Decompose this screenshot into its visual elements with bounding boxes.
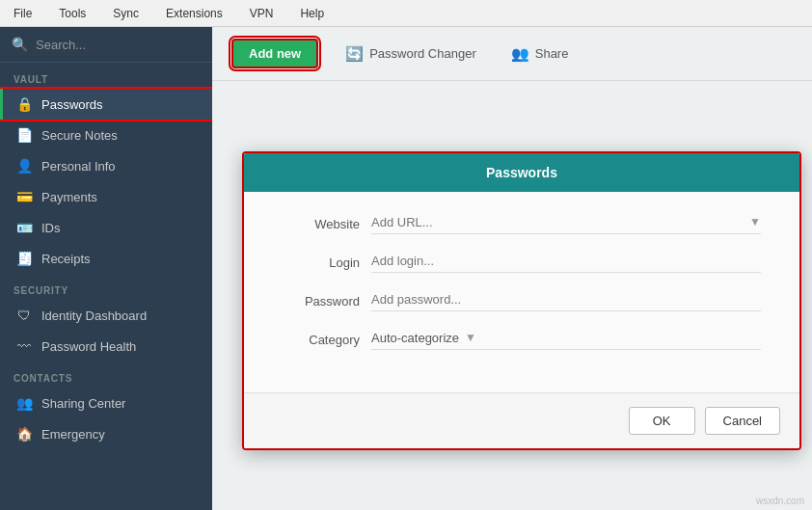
- category-row: Category Auto-categorize ▼: [283, 331, 761, 350]
- password-row: Password: [283, 292, 761, 311]
- password-label: Password: [283, 294, 360, 309]
- password-input-wrap: [371, 292, 761, 311]
- search-icon: 🔍: [12, 37, 28, 52]
- emergency-icon: 🏠: [16, 426, 32, 442]
- sidebar-item-emergency[interactable]: 🏠 Emergency: [0, 418, 212, 449]
- login-input-wrap: [371, 254, 761, 273]
- ok-button[interactable]: OK: [629, 407, 695, 435]
- watermark: wsxdn.com: [756, 496, 804, 506]
- search-input[interactable]: [36, 38, 201, 52]
- share-button[interactable]: 👥 Share: [503, 41, 577, 67]
- dialog-overlay: Passwords Website ▼: [241, 100, 802, 500]
- health-icon: 〰: [16, 338, 32, 354]
- menu-sync[interactable]: Sync: [107, 5, 145, 22]
- person-icon: 👤: [16, 158, 32, 174]
- menu-help[interactable]: Help: [294, 5, 330, 22]
- category-dropdown-arrow[interactable]: ▼: [465, 331, 476, 344]
- shield-icon: 🛡: [16, 308, 32, 323]
- category-select[interactable]: Auto-categorize ▼: [371, 331, 476, 345]
- website-input-wrap: ▼: [371, 215, 761, 234]
- dialog-footer: OK Cancel: [244, 392, 799, 448]
- share-icon: 👥: [511, 45, 529, 63]
- add-new-button[interactable]: Add new: [231, 39, 318, 68]
- menu-extensions[interactable]: Extensions: [160, 5, 229, 22]
- receipt-icon: 🧾: [16, 251, 32, 266]
- sidebar-item-sharing-center[interactable]: 👥 Sharing Center: [0, 388, 212, 418]
- menu-bar: File Tools Sync Extensions VPN Help: [0, 0, 812, 27]
- sidebar-item-ids-label: IDs: [41, 221, 61, 235]
- dialog-body: Website ▼ Login: [244, 192, 799, 392]
- password-changer-label: Password Changer: [369, 46, 476, 61]
- main-content: Passwords Website ▼: [212, 81, 812, 510]
- password-changer-icon: 🔄: [345, 45, 364, 63]
- dialog-title: Passwords: [486, 165, 557, 180]
- app-body: 🔍 VAULT 🔒 Passwords 📄 Secure Notes 👤 Per…: [0, 27, 812, 510]
- sidebar-item-passwords-label: Passwords: [41, 97, 103, 112]
- sidebar-item-passwords[interactable]: 🔒 Passwords: [0, 89, 212, 120]
- content-area: Add new 🔄 Password Changer 👥 Share Passw…: [212, 27, 812, 510]
- website-label: Website: [283, 217, 360, 231]
- sidebar-item-password-health-label: Password Health: [41, 339, 136, 354]
- contacts-section-label: CONTACTS: [0, 362, 212, 388]
- sidebar-item-sharing-center-label: Sharing Center: [41, 396, 125, 411]
- toolbar: Add new 🔄 Password Changer 👥 Share: [212, 27, 812, 81]
- vault-section-label: VAULT: [0, 63, 212, 89]
- website-input[interactable]: [371, 215, 745, 229]
- menu-vpn[interactable]: VPN: [244, 5, 280, 22]
- sidebar-item-payments[interactable]: 💳 Payments: [0, 181, 212, 212]
- sidebar-item-payments-label: Payments: [41, 190, 97, 204]
- sidebar-item-identity-dashboard[interactable]: 🛡 Identity Dashboard: [0, 300, 212, 331]
- passwords-dialog: Passwords Website ▼: [242, 151, 801, 450]
- search-container: 🔍: [0, 27, 212, 63]
- website-dropdown-arrow[interactable]: ▼: [749, 215, 761, 228]
- security-section-label: SECURITY: [0, 274, 212, 300]
- menu-file[interactable]: File: [8, 5, 38, 22]
- note-icon: 📄: [16, 127, 32, 143]
- sidebar-item-personal-info[interactable]: 👤 Personal Info: [0, 150, 212, 181]
- password-changer-button[interactable]: 🔄 Password Changer: [338, 41, 484, 67]
- dialog-header: Passwords: [244, 153, 799, 192]
- menu-tools[interactable]: Tools: [53, 5, 92, 22]
- sidebar-item-password-health[interactable]: 〰 Password Health: [0, 331, 212, 362]
- sidebar: 🔍 VAULT 🔒 Passwords 📄 Secure Notes 👤 Per…: [0, 27, 212, 510]
- share-label: Share: [535, 46, 569, 61]
- website-row: Website ▼: [283, 215, 761, 234]
- sidebar-item-identity-dashboard-label: Identity Dashboard: [41, 309, 147, 323]
- category-value: Auto-categorize: [371, 331, 459, 345]
- login-input[interactable]: [371, 254, 761, 268]
- id-icon: 🪪: [16, 220, 32, 235]
- sidebar-item-emergency-label: Emergency: [41, 427, 105, 442]
- card-icon: 💳: [16, 189, 32, 204]
- sidebar-item-secure-notes[interactable]: 📄 Secure Notes: [0, 120, 212, 150]
- sidebar-item-receipts-label: Receipts: [41, 252, 91, 266]
- sidebar-item-personal-info-label: Personal Info: [41, 159, 116, 174]
- lock-icon: 🔒: [16, 96, 32, 112]
- category-label: Category: [283, 333, 360, 347]
- sidebar-item-secure-notes-label: Secure Notes: [41, 128, 118, 143]
- login-row: Login: [283, 254, 761, 273]
- cancel-button[interactable]: Cancel: [705, 407, 780, 435]
- sidebar-item-ids[interactable]: 🪪 IDs: [0, 212, 212, 243]
- category-input-wrap: Auto-categorize ▼: [371, 331, 761, 350]
- share-icon: 👥: [16, 395, 32, 411]
- password-input[interactable]: [371, 292, 761, 307]
- login-label: Login: [283, 255, 360, 270]
- sidebar-item-receipts[interactable]: 🧾 Receipts: [0, 243, 212, 274]
